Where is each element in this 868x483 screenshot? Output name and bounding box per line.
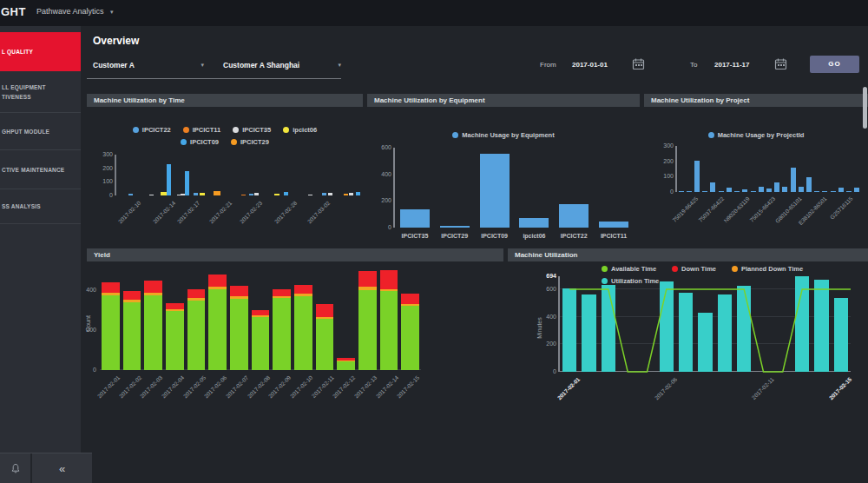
stacked-bar-red xyxy=(208,275,227,287)
collapse-sidebar-button[interactable]: « xyxy=(32,453,92,483)
bar xyxy=(702,191,707,192)
bar-IPCICT35 xyxy=(254,193,259,195)
x-axis-tick-label: 2017-02-17 xyxy=(176,200,201,224)
bar xyxy=(710,182,715,192)
legend-item[interactable]: Machine Usage by ProjectId xyxy=(708,131,805,139)
app-switcher[interactable]: Pathwave Analytics ▾ xyxy=(36,7,114,16)
x-axis-tick-label: G25716115 xyxy=(829,195,854,221)
app-switcher-label: Pathwave Analytics xyxy=(36,7,104,16)
bar-IPCICT22 xyxy=(559,204,589,228)
stacked-bar-green xyxy=(380,291,398,370)
bar xyxy=(759,187,764,192)
available-time-line xyxy=(560,276,851,372)
legend-dot-icon xyxy=(181,139,187,145)
x-axis-tick-label: 2017-02-10 xyxy=(289,374,313,399)
legend-dot-icon xyxy=(708,132,714,138)
sidebar-item-label: CTIVE MAINTENANCE xyxy=(2,165,81,175)
brand-logo: GHT xyxy=(1,5,26,18)
x-axis-tick-label: 2017-02-10 xyxy=(117,200,141,224)
site-dropdown-value: Customer A Shanghai xyxy=(223,61,299,69)
bar-IPCICT11 xyxy=(241,195,246,195)
bar xyxy=(814,191,819,192)
sidebar-item-label: SS ANALYSIS xyxy=(2,202,81,211)
bar xyxy=(694,161,700,192)
legend-item[interactable]: IPCICT35 xyxy=(233,126,271,134)
stacked-bar-orange xyxy=(316,317,334,319)
x-axis-tick-label: 2017-02-14 xyxy=(151,200,175,224)
y-axis-tick-label: 400 xyxy=(74,287,96,294)
bell-icon xyxy=(10,463,21,474)
y-axis-line xyxy=(393,148,395,228)
legend-label: Available Time xyxy=(611,265,656,273)
stacked-bar-red xyxy=(294,285,312,294)
dashboard-screen: GHT Pathwave Analytics ▾ L QUALITYLL EQU… xyxy=(0,0,868,483)
sidebar-item[interactable]: SS ANALYSIS xyxy=(0,189,81,224)
sidebar-item[interactable]: LL EQUIPMENTTIVENESS xyxy=(0,71,81,113)
to-calendar-button[interactable] xyxy=(774,57,787,70)
chart-legend: Machine Usage by Equipment xyxy=(367,131,640,139)
stacked-bar-orange xyxy=(252,315,270,317)
legend-item[interactable]: IPCICT09 xyxy=(181,138,219,146)
y-axis-tick-label: 694 xyxy=(534,273,556,280)
to-date-field[interactable]: 2017-11-17 xyxy=(714,61,749,69)
y-axis-tick-label: 200 xyxy=(74,327,96,334)
y-axis-tick-label: 300 xyxy=(651,142,674,149)
x-axis-tick-label: 75015-66423 xyxy=(749,195,777,223)
to-label: To xyxy=(690,61,697,69)
notifications-button[interactable] xyxy=(0,453,32,483)
sidebar-item[interactable]: GHPUT MODULE xyxy=(0,113,81,150)
go-button[interactable]: GO xyxy=(810,56,859,73)
y-axis-tick-label: 200 xyxy=(369,197,391,204)
stacked-bar-green xyxy=(337,361,355,370)
legend-label: Machine Usage by Equipment xyxy=(462,131,554,139)
from-calendar-button[interactable] xyxy=(632,57,645,70)
sidebar-nav: L QUALITYLL EQUIPMENTTIVENESSGHPUT MODUL… xyxy=(0,32,81,224)
legend-item[interactable]: Machine Usage by Equipment xyxy=(452,131,554,139)
bar xyxy=(679,191,684,192)
customer-dropdown[interactable]: Customer A ▾ xyxy=(93,57,204,73)
y-axis-tick-label: 600 xyxy=(369,144,391,151)
bar-IPCICT29 xyxy=(214,191,220,195)
legend-item[interactable]: IPCICT11 xyxy=(183,126,221,134)
legend-label: IPCICT35 xyxy=(242,126,271,134)
y-axis-tick-label: 600 xyxy=(534,286,556,293)
sidebar-item[interactable]: CTIVE MAINTENANCE xyxy=(0,150,81,189)
legend-item[interactable]: Down Time xyxy=(672,265,716,273)
calendar-icon xyxy=(632,57,645,70)
legend-label: ipcict06 xyxy=(293,126,317,134)
from-date-field[interactable]: 2017-01-01 xyxy=(572,61,608,69)
yield-chart: 02004002017-02-012017-02-022017-02-03201… xyxy=(100,266,421,370)
legend-item[interactable]: IPCICT22 xyxy=(133,126,171,134)
bar xyxy=(774,182,779,192)
bar-IPCICT22 xyxy=(322,193,326,195)
chart-legend: IPCICT09IPCICT29 xyxy=(87,138,363,146)
panel-title: Yield xyxy=(87,248,503,261)
legend-item[interactable]: Planned Down Time xyxy=(732,265,803,273)
stacked-bar-red xyxy=(187,289,206,299)
bar-IPCICT22 xyxy=(128,194,133,195)
stacked-bar-orange xyxy=(358,287,377,290)
x-axis-tick-label: 75037-66422 xyxy=(697,195,725,223)
x-axis-tick-label: N9020-63119 xyxy=(723,195,751,223)
vertical-scrollbar-thumb[interactable] xyxy=(863,87,867,129)
panel-machine-utilization-by-equipment: Machine Utilization by Equipment Machine… xyxy=(367,94,640,246)
bar xyxy=(727,188,732,192)
sidebar-footer: « xyxy=(0,453,92,483)
sidebar-item[interactable]: L QUALITY xyxy=(0,32,81,71)
bar xyxy=(806,177,812,192)
stacked-bar-red xyxy=(380,270,398,289)
x-axis-tick-label: 2017-02-07 xyxy=(225,374,249,399)
stacked-bar-green xyxy=(166,311,184,370)
legend-item[interactable]: IPCICT29 xyxy=(231,138,269,146)
legend-dot-icon xyxy=(732,266,738,272)
legend-item[interactable]: ipcict06 xyxy=(283,126,317,134)
legend-dot-icon xyxy=(452,132,458,138)
stacked-bar-orange xyxy=(144,293,162,294)
legend-label: IPCICT09 xyxy=(190,138,219,146)
y-axis-line xyxy=(115,155,116,195)
chart-legend: Available TimeDown TimePlanned Down Time xyxy=(508,265,868,273)
bar xyxy=(831,191,836,192)
stacked-bar-orange xyxy=(273,296,291,299)
site-dropdown[interactable]: Customer A Shanghai ▾ xyxy=(223,57,341,73)
legend-item[interactable]: Available Time xyxy=(602,265,656,273)
